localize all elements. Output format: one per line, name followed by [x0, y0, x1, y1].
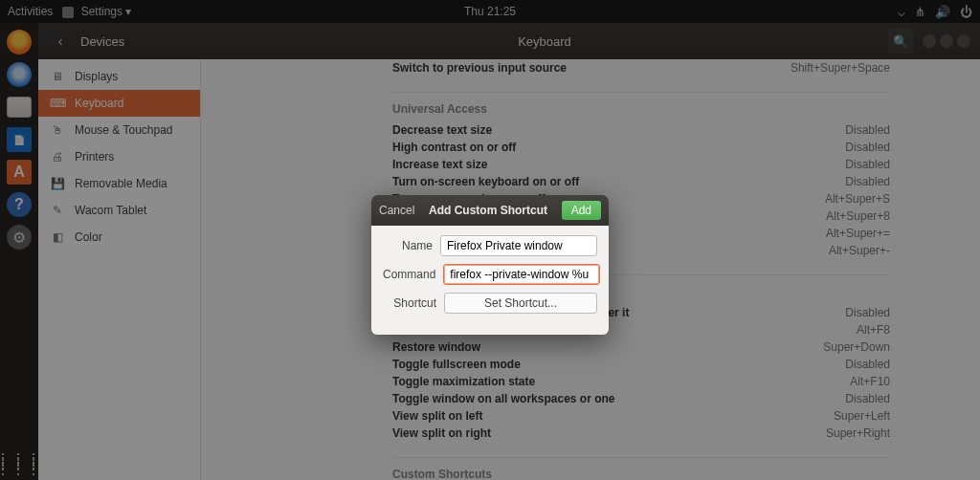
- modal-overlay: Cancel Add Custom Shortcut Add Name Comm…: [0, 0, 980, 480]
- cancel-button[interactable]: Cancel: [379, 204, 414, 217]
- set-shortcut-button[interactable]: Set Shortcut...: [444, 293, 597, 314]
- name-input[interactable]: [440, 235, 597, 256]
- command-input[interactable]: [443, 264, 600, 285]
- dialog-header: Cancel Add Custom Shortcut Add: [371, 195, 609, 226]
- dialog-title: Add Custom Shortcut: [414, 204, 561, 217]
- add-custom-shortcut-dialog: Cancel Add Custom Shortcut Add Name Comm…: [371, 195, 609, 335]
- add-button[interactable]: Add: [562, 201, 601, 220]
- shortcut-label: Shortcut: [383, 296, 436, 310]
- name-label: Name: [383, 239, 433, 252]
- command-label: Command: [383, 268, 435, 281]
